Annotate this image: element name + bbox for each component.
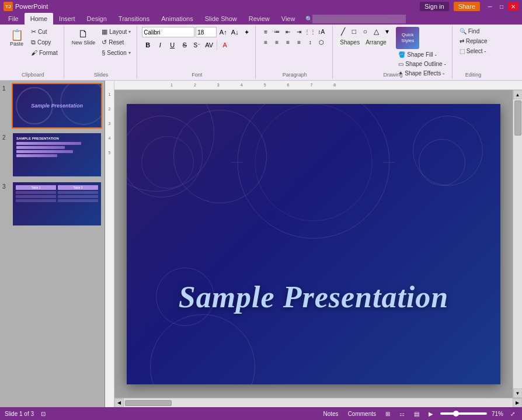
increase-indent-button[interactable]: ⇥ — [294, 27, 304, 36]
increase-font-button[interactable]: A↑ — [218, 27, 228, 37]
scrollbar-horizontal[interactable]: ◀ ▶ — [114, 398, 522, 407]
spacing-button[interactable]: AV — [203, 40, 215, 50]
comments-button[interactable]: Comments — [346, 410, 378, 418]
tab-animations[interactable]: Animations — [155, 13, 199, 25]
tab-review[interactable]: Review — [243, 13, 276, 25]
format-paint-button[interactable]: 🖌 Format — [29, 48, 60, 57]
cut-button[interactable]: ✂ Cut — [29, 27, 60, 37]
copy-button[interactable]: ⧉ Copy — [29, 37, 60, 47]
smartart-button[interactable]: ⬡ — [316, 37, 326, 47]
tab-design[interactable]: Design — [81, 13, 113, 25]
fit-window-button[interactable]: ⤢ — [508, 410, 517, 418]
fit-slide-button[interactable]: ⊡ — [39, 410, 48, 418]
layout-button[interactable]: ▦ Layout ▾ — [99, 27, 133, 37]
align-center-button[interactable]: ≡ — [272, 37, 282, 47]
tab-home[interactable]: Home — [25, 13, 53, 25]
signin-button[interactable]: Sign in — [420, 2, 449, 11]
new-slide-button[interactable]: 🗋 New Slide — [69, 27, 99, 47]
paste-button[interactable]: 📋 Paste — [6, 27, 27, 50]
font-selector-row: A↑ A↓ ✦ — [142, 27, 252, 37]
text-direction-button[interactable]: ↕A — [316, 27, 326, 36]
scroll-right-button[interactable]: ▶ — [513, 398, 522, 408]
select-button[interactable]: ⬚ Select - — [457, 47, 490, 55]
section-icon: § — [102, 49, 105, 56]
align-left-button[interactable]: ≡ — [260, 37, 271, 47]
slide-thumb-2[interactable]: 2 SAMPLE PRESENTATION — [2, 132, 102, 178]
view-reading-button[interactable]: ▤ — [412, 410, 422, 418]
scroll-thumb-h[interactable] — [125, 400, 172, 406]
decrease-font-button[interactable]: A↓ — [229, 27, 240, 37]
align-right-button[interactable]: ≡ — [283, 37, 293, 47]
font-color-button[interactable]: A — [219, 40, 231, 50]
scrollbar-vertical[interactable]: ▲ ▼ — [513, 90, 522, 398]
status-bar: Slide 1 of 3 ⊡ Notes Comments ⊞ ⚏ ▤ ▶ 71… — [0, 407, 522, 420]
slide-main-text: Sample Presentation — [127, 280, 500, 314]
slide-thumb-3[interactable]: 3 Table 1 Table 2 — [2, 181, 102, 227]
decrease-indent-button[interactable]: ⇤ — [283, 27, 293, 36]
slides-buttons: 🗋 New Slide ▦ Layout ▾ ↺ Reset § — [69, 27, 134, 78]
section-button[interactable]: § Section ▾ — [99, 48, 133, 57]
shape-outline-button[interactable]: ▭ Shape Outline - — [396, 60, 448, 68]
clear-format-button[interactable]: ✦ — [241, 27, 252, 37]
view-slide-sorter-button[interactable]: ⚏ — [397, 410, 407, 418]
slide-image-2[interactable]: SAMPLE PRESENTATION — [12, 132, 102, 178]
mini-slide-1-canvas: Sample Presentation — [13, 84, 101, 127]
justify-button[interactable]: ≡ — [294, 37, 304, 47]
slide-thumb-1[interactable]: 1 Sample Presentation — [2, 83, 102, 129]
slide-canvas[interactable]: Sample Presentation — [114, 90, 513, 398]
notes-button[interactable]: Notes — [321, 410, 341, 418]
underline-button[interactable]: U — [166, 40, 178, 50]
shape-rect[interactable]: □ — [349, 27, 359, 36]
scroll-up-button[interactable]: ▲ — [513, 90, 523, 99]
font-size-input[interactable] — [196, 27, 217, 37]
italic-button[interactable]: I — [154, 40, 166, 50]
ribbon-tabs: File Home Insert Design Transitions Anim… — [0, 13, 522, 25]
minimize-button[interactable]: ─ — [485, 2, 495, 11]
bold-button[interactable]: B — [142, 40, 154, 50]
shadow-button[interactable]: S⁻ — [191, 40, 203, 50]
bullets-button[interactable]: ≡ — [260, 27, 271, 36]
close-button[interactable]: ✕ — [508, 2, 518, 11]
ribbon: File Home Insert Design Transitions Anim… — [0, 13, 522, 81]
section-arrow: ▾ — [128, 50, 131, 55]
share-button[interactable]: Share — [454, 2, 480, 11]
tab-slideshow[interactable]: Slide Show — [199, 13, 243, 25]
scroll-left-button[interactable]: ◀ — [114, 398, 124, 408]
slideshow-button[interactable]: ▶ — [426, 410, 436, 418]
scroll-track-v[interactable] — [513, 99, 522, 388]
quick-styles-box[interactable]: Quick Styles — [396, 27, 419, 49]
shape-triangle[interactable]: △ — [371, 27, 381, 36]
find-button[interactable]: 🔍 Find — [457, 27, 490, 36]
slide-image-1[interactable]: Sample Presentation — [12, 83, 102, 129]
tab-transitions[interactable]: Transitions — [113, 13, 155, 25]
tab-insert[interactable]: Insert — [53, 13, 81, 25]
shape-circle[interactable]: ○ — [360, 27, 370, 36]
cut-icon: ✂ — [31, 28, 36, 36]
scroll-down-button[interactable]: ▼ — [513, 388, 523, 398]
shape-more[interactable]: ▾ — [382, 27, 392, 36]
shape-line[interactable]: ╱ — [337, 27, 348, 36]
shape-fill-button[interactable]: 🪣 Shape Fill - — [396, 50, 448, 59]
font-name-input[interactable] — [142, 27, 194, 37]
main-slide[interactable]: Sample Presentation — [127, 104, 500, 384]
strikethrough-button[interactable]: S — [179, 40, 190, 50]
view-normal-button[interactable]: ⊞ — [383, 410, 392, 418]
scroll-track-h[interactable] — [124, 398, 513, 407]
layout-label: Layout — [109, 29, 127, 35]
columns-button[interactable]: ⋮⋮ — [305, 27, 315, 36]
maximize-button[interactable]: □ — [496, 2, 507, 11]
ribbon-search[interactable] — [312, 15, 406, 23]
replace-button[interactable]: ⇄ Replace — [457, 37, 490, 46]
line-spacing-button[interactable]: ↕ — [305, 37, 315, 47]
find-icon: 🔍 — [460, 28, 467, 34]
zoom-level: 71% — [492, 411, 503, 417]
reset-button[interactable]: ↺ Reset — [99, 37, 133, 47]
shapes-button[interactable]: Shapes — [337, 38, 362, 47]
scroll-thumb-v[interactable] — [514, 100, 521, 136]
tab-view[interactable]: View — [276, 13, 301, 25]
slide-image-3[interactable]: Table 1 Table 2 — [12, 181, 102, 227]
tab-file[interactable]: File — [2, 13, 25, 25]
arrange-button[interactable]: Arrange — [363, 38, 389, 47]
zoom-slider[interactable] — [440, 412, 487, 415]
numbered-button[interactable]: ≔ — [272, 27, 282, 36]
